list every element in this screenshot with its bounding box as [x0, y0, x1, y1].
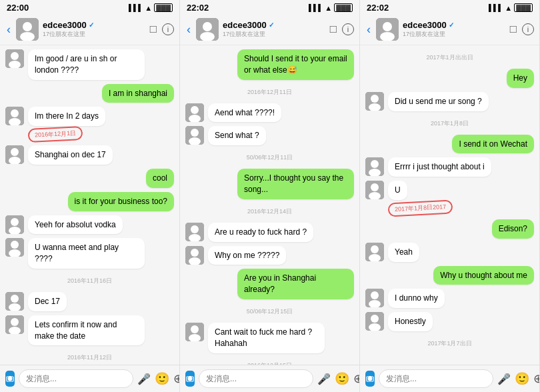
- chat-panel-3: 22:02 ▌▌▌ ▲ ▓▓▓ ‹ edcee3000 ✓ 17位朋友在这里 □…: [360, 0, 540, 392]
- svg-point-39: [191, 225, 199, 233]
- status-bar: 22:00 ▌▌▌ ▲ ▓▓▓: [0, 0, 179, 14]
- battery-icon: ▓▓▓: [514, 3, 533, 12]
- message-input[interactable]: [379, 369, 493, 388]
- video-call-icon[interactable]: □: [330, 23, 337, 36]
- message-bubble: Hey: [507, 69, 534, 88]
- message-bubble: Are u ready to fuck hard ?: [208, 223, 313, 242]
- message-bubble: Should I send it to your email or what e…: [237, 49, 354, 80]
- header-actions: □ i: [510, 23, 534, 36]
- message-avatar: [365, 157, 384, 176]
- contact-name: edcee3000 ✓: [43, 20, 146, 30]
- wifi-icon: ▲: [325, 4, 332, 12]
- message-bubble: Yeah: [388, 243, 419, 262]
- message-bubble: Im good / are u in sh or london ????: [28, 49, 145, 80]
- emoji-icon[interactable]: 🙂: [335, 371, 349, 386]
- message-row: Im good / are u in sh or london ????: [5, 49, 174, 80]
- svg-point-59: [371, 160, 379, 168]
- message-avatar: [5, 107, 24, 125]
- camera-icon[interactable]: [185, 371, 195, 387]
- message-bubble: Yeeh for absolut vodka: [28, 215, 123, 235]
- date-divider: 2017年1月7出日: [365, 337, 534, 351]
- message-bubble: U: [388, 181, 407, 200]
- mic-icon[interactable]: 🎤: [497, 373, 511, 385]
- date-divider: 50/06年12月11日: [185, 151, 354, 165]
- date-divider: 50/06年12月15日: [185, 305, 354, 319]
- message-bubble: Aend what ????!: [208, 103, 281, 123]
- message-row: Cant wait to fuck me hard ? Hahahah: [185, 323, 354, 353]
- avatar: [196, 18, 219, 41]
- message-bubble: Edison?: [492, 219, 534, 239]
- message-row: Send what ?: [185, 126, 354, 145]
- message-row: Errrr i just thought about i: [365, 157, 534, 177]
- video-call-icon[interactable]: □: [150, 23, 157, 36]
- input-bar: 🎤 🙂 ⊕: [0, 365, 179, 392]
- back-button[interactable]: ‹: [365, 23, 372, 37]
- messages-area: Should I send it to your email or what e…: [180, 45, 359, 365]
- message-bubble: Cant wait to fuck me hard ? Hahahah: [208, 323, 325, 353]
- date-divider: 2016年11月12日: [5, 351, 174, 365]
- svg-point-68: [371, 291, 379, 299]
- svg-point-53: [383, 22, 392, 31]
- svg-point-4: [11, 52, 19, 60]
- svg-point-16: [11, 241, 19, 249]
- message-row: Are you in Shanghai already?: [185, 269, 354, 299]
- chat-header: ‹ edcee3000 ✓ 17位朋友在这里 □ i: [180, 14, 359, 45]
- date-divider: 2017年1月8日: [365, 117, 534, 131]
- emoji-icon[interactable]: 🙂: [155, 371, 169, 386]
- back-button[interactable]: ‹: [185, 23, 192, 37]
- mic-icon[interactable]: 🎤: [137, 373, 151, 385]
- svg-point-1: [23, 22, 32, 31]
- message-row: Hey: [365, 69, 534, 88]
- battery-icon: ▓▓▓: [334, 3, 353, 12]
- message-row: Lets confirm it now and make the date: [5, 315, 174, 346]
- status-bar: 22:02 ▌▌▌ ▲ ▓▓▓: [360, 0, 539, 14]
- message-row: Aend what ????!: [185, 103, 354, 123]
- message-avatar: [365, 92, 384, 111]
- message-row: Why u thought about me: [365, 266, 534, 285]
- message-row: U wanna meet and play ????: [5, 238, 174, 269]
- date-divider: 2016年12月15日: [185, 359, 354, 365]
- message-row: Yeeh for absolut vodka: [5, 215, 174, 235]
- video-call-icon[interactable]: □: [510, 23, 517, 36]
- circled-timestamp: 2016年12月1日: [28, 126, 83, 143]
- status-icons: ▌▌▌ ▲ ▓▓▓: [489, 3, 533, 12]
- message-bubble: Sorry...I thought you say the song...: [237, 169, 354, 199]
- svg-point-30: [203, 22, 212, 31]
- message-row: Sorry...I thought you say the song...: [185, 169, 354, 199]
- status-bar: 22:02 ▌▌▌ ▲ ▓▓▓: [180, 0, 359, 14]
- messages-area: Im good / are u in sh or london ????I am…: [0, 45, 179, 365]
- message-bubble: Did u send me ur song ?: [388, 92, 489, 111]
- info-icon[interactable]: i: [162, 23, 174, 35]
- add-icon[interactable]: ⊕: [353, 371, 360, 386]
- header-info: edcee3000 ✓ 17位朋友在这里: [43, 20, 146, 39]
- message-row: I dunno why: [365, 289, 534, 308]
- add-icon[interactable]: ⊕: [173, 371, 180, 386]
- back-button[interactable]: ‹: [5, 23, 12, 37]
- message-bubble: is it for your business too?: [68, 192, 174, 211]
- svg-point-19: [11, 295, 19, 303]
- camera-icon[interactable]: [5, 371, 15, 387]
- camera-icon[interactable]: [365, 371, 375, 387]
- message-avatar: [5, 238, 24, 257]
- info-icon[interactable]: i: [522, 23, 534, 35]
- message-input[interactable]: [19, 369, 133, 388]
- info-icon[interactable]: i: [342, 23, 354, 35]
- svg-point-42: [191, 249, 199, 257]
- message-bubble: I send it on Wechat: [452, 135, 534, 154]
- message-row: Honestly: [365, 312, 534, 331]
- svg-point-56: [371, 95, 379, 103]
- message-input[interactable]: [199, 369, 313, 388]
- emoji-icon[interactable]: 🙂: [515, 371, 529, 386]
- message-bubble: Lets confirm it now and make the date: [28, 315, 145, 346]
- status-icons: ▌▌▌ ▲ ▓▓▓: [309, 3, 353, 12]
- message-row: U2017年1月8日2017: [365, 181, 534, 215]
- mic-icon[interactable]: 🎤: [317, 373, 331, 385]
- svg-point-36: [191, 129, 199, 137]
- contact-sub: 17位朋友在这里: [403, 30, 506, 39]
- message-row: I send it on Wechat: [365, 135, 534, 154]
- svg-point-13: [11, 218, 19, 226]
- message-row: Are u ready to fuck hard ?: [185, 223, 354, 242]
- add-icon[interactable]: ⊕: [533, 371, 540, 386]
- messages-area: 2017年1月出出日HeyDid u send me ur song ?2017…: [360, 45, 539, 365]
- svg-point-7: [11, 109, 19, 117]
